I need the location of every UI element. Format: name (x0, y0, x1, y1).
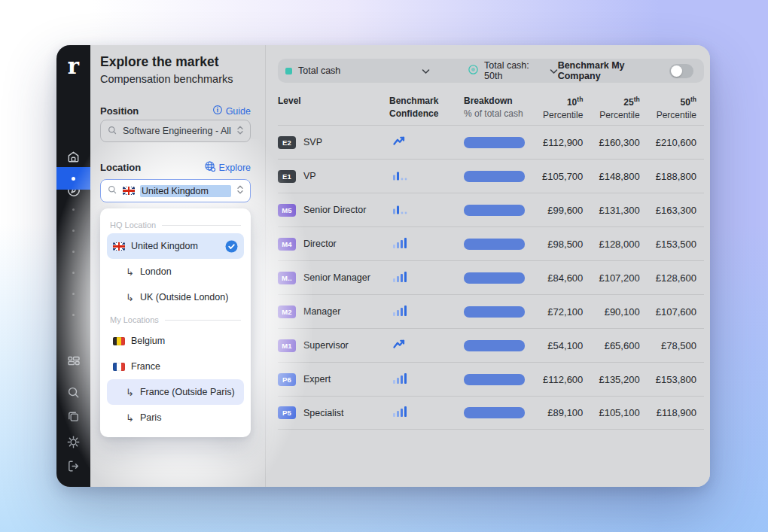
percentile-10-value: £84,600 (534, 272, 590, 284)
guide-link[interactable]: Guide (212, 105, 251, 117)
section-divider (162, 225, 241, 226)
percentile-25-value: £135,200 (590, 374, 647, 385)
header-level: Level (278, 95, 383, 108)
filter-bar: Total cash Total cash: 50th (278, 59, 704, 83)
table-row-expert[interactable]: P6Expert£112,600£135,200£153,800 (278, 362, 704, 396)
sidebar-item-settings[interactable] (56, 433, 90, 450)
chevron-down-icon (422, 64, 430, 78)
confidence-bars-partial-icon (392, 203, 408, 214)
breakdown-bar (464, 137, 525, 148)
location-item-label: London (140, 266, 172, 277)
sidebar-item-collapsed-3[interactable] (56, 249, 90, 254)
percentile-10-value: £105,700 (534, 171, 590, 182)
breakdown-cell (453, 171, 534, 182)
breakdown-cell (453, 272, 534, 284)
sidebar-item-collapsed-4[interactable] (56, 270, 90, 275)
location-item-paris[interactable]: ↳Paris (107, 405, 244, 430)
sidebar-item-collapsed-5[interactable] (56, 291, 90, 296)
table-row-director[interactable]: M4Director£98,500£128,000£153,500 (278, 226, 704, 260)
breakdown-cell (453, 374, 534, 385)
sidebar-item-search[interactable] (56, 384, 90, 400)
level-badge: M5 (278, 204, 296, 217)
table-row-specialist[interactable]: P5Specialist£89,100£105,100£118,900 (278, 396, 704, 430)
level-name: Expert (303, 374, 331, 385)
uk-flag-icon (113, 242, 125, 251)
search-icon (107, 184, 117, 197)
percentile-25-value: £105,100 (590, 407, 647, 418)
benchmark-main: Total cash Total cash: 50th (266, 45, 710, 487)
level-name: Senior Manager (303, 272, 370, 283)
location-item-uk-outside-london[interactable]: ↳UK (Outside London) (107, 284, 244, 310)
level-badge: M4 (278, 238, 296, 251)
location-item-france-outside-paris[interactable]: ↳France (Outside Paris) (107, 379, 244, 405)
level-badge: E1 (278, 170, 296, 183)
breakdown-cell (453, 205, 534, 216)
copy-pages-icon (66, 409, 81, 424)
level-badge: E2 (278, 136, 296, 149)
sidebar-item-collapsed-1[interactable] (56, 207, 90, 211)
location-item-united-kingdom[interactable]: United Kingdom (107, 233, 244, 259)
level-name: Senior Director (303, 205, 366, 215)
position-select[interactable]: Software Engineering - All (100, 120, 251, 142)
level-badge: M2 (278, 306, 296, 318)
percentile-25-value: £65,600 (590, 340, 647, 351)
breakdown-bar (464, 171, 525, 182)
level-badge: M.. (278, 272, 296, 284)
level-badge: M1 (278, 339, 296, 352)
percentile-25-value: £107,200 (590, 272, 647, 284)
sidebar-item-active[interactable] (56, 167, 90, 190)
percentile-50-value: £210,600 (648, 137, 704, 148)
location-search-input[interactable]: United Kingdom (100, 179, 251, 202)
level-name: Director (303, 239, 337, 249)
location-label: Location (100, 162, 141, 173)
table-row-svp[interactable]: E2SVP£112,900£160,300£210,600 (278, 125, 704, 159)
target-percentile-dropdown[interactable]: Total cash: 50th (468, 60, 558, 81)
benchmark-toggle[interactable] (669, 64, 693, 78)
page-subtitle: Compensation benchmarks (100, 73, 233, 85)
level-name: Supervisor (303, 340, 349, 351)
page-title: Explore the market (100, 54, 219, 70)
info-icon (212, 105, 223, 117)
breakdown-bar (464, 205, 525, 216)
table-row-vp[interactable]: E1VP£105,700£148,800£188,800 (278, 159, 704, 193)
confidence-cell (383, 203, 453, 217)
breakdown-bar (464, 374, 525, 385)
home-icon (66, 150, 81, 164)
confidence-cell (383, 237, 453, 251)
percentile-10-value: £54,100 (534, 340, 590, 351)
logout-icon (66, 459, 81, 473)
uk-flag-icon (123, 187, 135, 195)
explore-link[interactable]: Explore (204, 160, 251, 175)
metric-dropdown[interactable]: Total cash (285, 64, 430, 78)
dot-icon (72, 314, 75, 316)
table-row-supervisor[interactable]: M1Supervisor£54,100£65,600£78,500 (278, 328, 704, 362)
location-section-hq-location: HQ Location (107, 215, 244, 233)
table-row-senior-director[interactable]: M5Senior Director£99,600£131,300£163,300 (278, 193, 704, 226)
chevron-down-icon (550, 64, 558, 78)
confidence-bars-full-icon (392, 237, 408, 248)
sidebar-item-home[interactable] (56, 148, 90, 165)
location-item-france[interactable]: France (107, 354, 244, 379)
header-breakdown: Breakdown % of total cash (453, 95, 534, 121)
breakdown-bar (464, 272, 525, 284)
sidebar-item-collapsed-2[interactable] (56, 228, 90, 233)
level-cell: E1VP (278, 170, 383, 183)
gear-icon (66, 435, 81, 449)
location-item-london[interactable]: ↳London (107, 259, 244, 284)
confidence-trend-icon (392, 339, 407, 350)
target-icon (468, 64, 479, 78)
percentile-50-value: £107,600 (648, 306, 704, 318)
sidebar-item-pages[interactable] (56, 408, 90, 424)
table-header: Level Benchmark Confidence Breakdown % o… (278, 93, 704, 125)
sidebar-item-logout[interactable] (56, 458, 90, 474)
breakdown-cell (453, 340, 534, 351)
sidebar-item-levelling[interactable] (56, 352, 90, 369)
location-item-belgium[interactable]: Belgium (107, 328, 244, 354)
sidebar-item-collapsed-6[interactable] (56, 312, 90, 317)
table-row-manager[interactable]: M2Manager£72,100£90,100£107,600 (278, 294, 704, 328)
sub-location-arrow-icon: ↳ (126, 267, 134, 277)
breakdown-cell (453, 137, 534, 148)
breakdown-bar (464, 340, 525, 351)
level-cell: P6Expert (278, 373, 383, 386)
table-row-senior-manager[interactable]: M..Senior Manager£84,600£107,200£128,600 (278, 260, 704, 294)
